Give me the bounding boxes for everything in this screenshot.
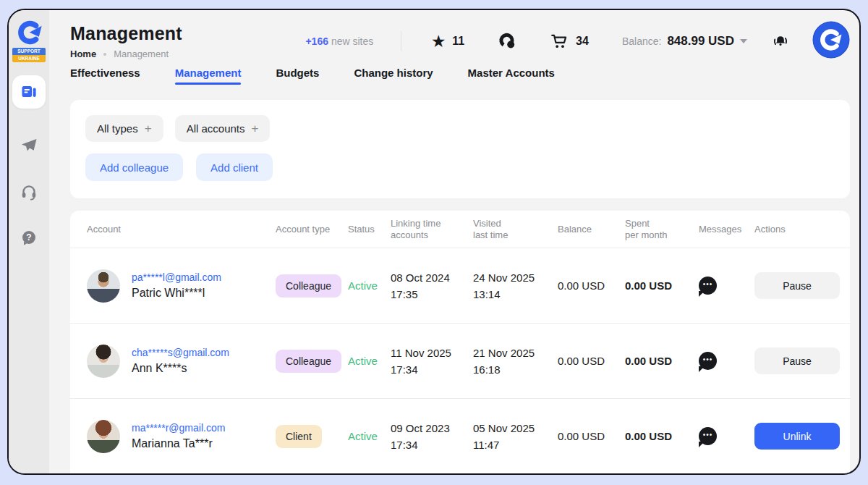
- status-badge: Active: [348, 279, 391, 292]
- spent-cell: 0.00 USD: [625, 279, 699, 292]
- status-badge: Active: [348, 430, 391, 442]
- account-cell: ma*****r@gmail.com Marianna Ta***r: [87, 420, 276, 453]
- tab-master-accounts[interactable]: Master Accounts: [468, 67, 555, 88]
- sidebar-item-help[interactable]: ?: [20, 229, 38, 248]
- bell-icon: [772, 33, 789, 50]
- account-email-link[interactable]: cha*****s@gmail.com: [132, 347, 229, 358]
- type-badge: Colleague: [276, 274, 341, 298]
- balance-cell: 0.00 USD: [558, 355, 625, 367]
- status-badge: Active: [348, 355, 391, 367]
- account-name: Ann K****s: [132, 362, 229, 375]
- tab-management[interactable]: Management: [175, 67, 242, 88]
- account-logo-icon: [812, 21, 850, 59]
- linking-time-cell: 08 Oct 202417:35: [391, 269, 473, 303]
- notifications-button[interactable]: [772, 33, 789, 50]
- brand-c-arrow-icon: [15, 20, 43, 46]
- add-client-button[interactable]: Add client: [196, 153, 273, 181]
- tab-change-history[interactable]: Change history: [354, 67, 433, 88]
- breadcrumb: Home Management: [70, 48, 182, 59]
- document-icon: [20, 83, 38, 101]
- balance-cell: 0.00 USD: [558, 279, 625, 292]
- filter-all-types[interactable]: All types +: [85, 115, 163, 142]
- sidebar-item-support[interactable]: [20, 182, 38, 201]
- account-cell: cha*****s@gmail.com Ann K****s: [87, 345, 276, 378]
- svg-text:?: ?: [26, 232, 31, 242]
- visited-time-cell: 24 Nov 202513:14: [473, 269, 558, 303]
- cart-icon: [550, 32, 569, 51]
- filter-all-accounts[interactable]: All accounts +: [175, 115, 271, 142]
- account-type-cell: Client: [276, 425, 348, 448]
- topbar: Management Home Management +166 new site…: [70, 10, 850, 58]
- col-linking-time: Linking timeaccounts: [391, 218, 473, 241]
- main-content: Management Home Management +166 new site…: [49, 10, 859, 473]
- message-icon[interactable]: •••: [699, 277, 717, 295]
- breadcrumb-home[interactable]: Home: [70, 48, 96, 59]
- chevron-down-icon: [740, 39, 747, 43]
- avatar: [87, 345, 120, 378]
- pause-button[interactable]: Pause: [754, 272, 840, 299]
- sidebar-item-news[interactable]: [12, 75, 46, 109]
- account-email-link[interactable]: pa*****l@gmail.com: [132, 271, 221, 283]
- plus-icon: +: [252, 122, 259, 136]
- sidebar-item-telegram[interactable]: [20, 136, 38, 155]
- filter-all-types-label: All types: [97, 122, 138, 135]
- type-badge: Client: [276, 425, 322, 448]
- avatar: [87, 269, 120, 303]
- col-visited: Visitedlast time: [473, 218, 558, 241]
- tab-effectiveness[interactable]: Effectiveness: [70, 67, 140, 88]
- chat-bubble-icon: [498, 32, 516, 51]
- account-identity: cha*****s@gmail.com Ann K****s: [132, 347, 229, 375]
- account-name: Patric Whi****l: [132, 287, 221, 300]
- brand-logo[interactable]: SUPPORT UKRAINE: [12, 20, 46, 62]
- favorites-stat[interactable]: ★ 11: [432, 34, 464, 48]
- col-account-type: Account type: [276, 224, 348, 235]
- page-title: Management: [70, 23, 182, 44]
- filter-button-row: Add colleague Add client: [85, 153, 835, 181]
- filter-chip-row: All types + All accounts +: [85, 115, 835, 142]
- app-window: SUPPORT UKRAINE: [7, 9, 861, 475]
- message-icon[interactable]: •••: [699, 427, 717, 445]
- account-identity: pa*****l@gmail.com Patric Whi****l: [132, 271, 221, 300]
- account-cell: pa*****l@gmail.com Patric Whi****l: [87, 269, 276, 303]
- title-block: Management Home Management: [70, 23, 182, 59]
- balance-cell: 0.00 USD: [558, 430, 625, 442]
- col-actions: Actions: [754, 224, 833, 235]
- tab-budgets[interactable]: Budgets: [276, 67, 319, 88]
- account-avatar-button[interactable]: [812, 21, 850, 62]
- filter-all-accounts-label: All accounts: [187, 122, 245, 135]
- visited-time-cell: 21 Nov 202516:18: [473, 345, 558, 378]
- balance-dropdown[interactable]: Balance: 848.99 USD: [622, 34, 747, 48]
- new-sites-indicator[interactable]: +166 new sites: [305, 35, 373, 47]
- ukraine-label: UKRAINE: [12, 55, 46, 62]
- messages-cell: •••: [699, 427, 754, 445]
- cart-stat[interactable]: 34: [550, 32, 589, 51]
- spent-cell: 0.00 USD: [625, 355, 699, 367]
- spent-cell: 0.00 USD: [625, 430, 699, 442]
- account-type-cell: Colleague: [276, 274, 348, 298]
- balance-label: Balance:: [622, 35, 661, 47]
- linking-time-cell: 09 Oct 202317:34: [391, 420, 473, 453]
- pause-button[interactable]: Pause: [754, 347, 840, 374]
- col-status: Status: [348, 224, 391, 235]
- type-badge: Colleague: [276, 350, 341, 373]
- support-ukraine-badge: SUPPORT UKRAINE: [12, 48, 46, 62]
- visited-time-cell: 05 Nov 202511:47: [473, 420, 558, 453]
- sidebar: SUPPORT UKRAINE: [9, 10, 49, 473]
- messages-cell: •••: [699, 352, 754, 370]
- unlink-button[interactable]: Unlink: [754, 423, 840, 450]
- col-spent: Spentper month: [625, 218, 699, 241]
- add-colleague-button[interactable]: Add colleague: [85, 153, 183, 181]
- actions-cell: Pause: [754, 272, 840, 299]
- messages-stat[interactable]: [498, 32, 516, 51]
- favorites-count: 11: [452, 35, 464, 48]
- accounts-table: Account Account type Status Linking time…: [70, 211, 850, 473]
- section-tabs: Effectiveness Management Budgets Change …: [70, 67, 850, 94]
- avatar: [87, 420, 120, 453]
- new-sites-label: new sites: [331, 35, 373, 47]
- question-icon: ?: [20, 229, 38, 247]
- message-icon[interactable]: •••: [699, 352, 717, 370]
- balance-value: 848.99 USD: [667, 34, 734, 48]
- account-email-link[interactable]: ma*****r@gmail.com: [132, 422, 225, 434]
- star-icon: ★: [432, 34, 445, 48]
- cart-count: 34: [576, 35, 589, 48]
